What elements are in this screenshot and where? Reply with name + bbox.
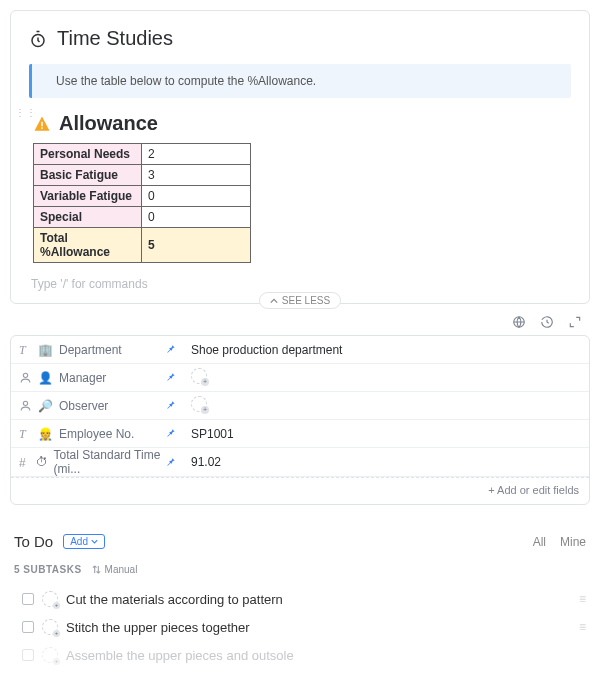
task-row[interactable]: + Stitch the upper pieces together ≡ [22,613,586,641]
task-title[interactable]: Cut the materials according to pattern [66,592,571,607]
subtask-count: 5 SUBTASKS [14,564,82,575]
editor-placeholder[interactable]: Type '/' for commands [29,277,571,291]
observer-icon: 🔎 [38,399,53,413]
svg-point-4 [23,373,27,377]
svg-point-5 [23,401,27,405]
allowance-heading: Allowance [59,112,158,135]
pin-icon[interactable] [165,426,177,441]
allowance-table: Personal Needs2 Basic Fatigue3 Variable … [33,143,251,263]
sort-icon [92,565,101,574]
custom-fields-panel: T 🏢 Department Shoe production departmen… [10,335,590,505]
task-title[interactable]: Stitch the upper pieces together [66,620,571,635]
pin-icon[interactable] [165,370,177,385]
chevron-down-icon [91,538,98,545]
checkbox[interactable] [22,649,34,661]
table-row: Special0 [34,207,251,228]
stopwatch-icon [29,30,47,48]
pin-icon[interactable] [165,398,177,413]
manager-icon: 👤 [38,371,53,385]
add-task-button[interactable]: Add [63,534,105,549]
filter-mine[interactable]: Mine [560,535,586,549]
drag-handle-icon[interactable]: ≡ [579,592,586,606]
filter-all[interactable]: All [533,535,546,549]
history-icon[interactable] [540,315,554,329]
employee-icon: 👷 [38,427,53,441]
field-total-standard-time[interactable]: # ⏱ Total Standard Time (mi... 91.02 [11,448,589,477]
person-type-icon [19,371,32,384]
table-row: Variable Fatigue0 [34,186,251,207]
expand-icon[interactable] [568,315,582,329]
field-observer[interactable]: 🔎 Observer + [11,392,589,420]
stopwatch-emoji-icon: ⏱ [36,455,48,469]
table-row: Personal Needs2 [34,144,251,165]
svg-rect-1 [41,121,43,126]
field-label: Observer [59,399,108,413]
text-type-icon: T [19,343,32,356]
drag-handle-icon[interactable]: ⋮⋮ [15,107,37,118]
task-row[interactable]: + Assemble the upper pieces and outsole [22,641,586,669]
chevron-up-icon [270,297,278,305]
add-or-edit-fields-button[interactable]: + Add or edit fields [11,477,589,504]
task-row[interactable]: + Cut the materials according to pattern… [22,585,586,613]
field-value[interactable]: Shoe production department [177,343,581,357]
assignee-placeholder-icon[interactable]: + [42,619,58,635]
field-value[interactable]: SP1001 [177,427,581,441]
svg-rect-2 [41,127,43,129]
page-title: Time Studies [57,27,173,50]
table-row-total: Total %Allowance5 [34,228,251,263]
task-title[interactable]: Assemble the upper pieces and outsole [66,648,586,663]
text-type-icon: T [19,427,32,440]
department-icon: 🏢 [38,343,53,357]
field-employee-no[interactable]: T 👷 Employee No. SP1001 [11,420,589,448]
table-row: Basic Fatigue3 [34,165,251,186]
field-label: Manager [59,371,106,385]
time-studies-card: Time Studies Use the table below to comp… [10,10,590,304]
task-list: + Cut the materials according to pattern… [0,579,600,669]
see-less-button[interactable]: SEE LESS [259,292,341,309]
checkbox[interactable] [22,593,34,605]
info-callout: Use the table below to compute the %Allo… [29,64,571,98]
todo-heading: To Do [14,533,53,550]
field-label: Department [59,343,122,357]
field-label: Total Standard Time (mi... [54,448,165,476]
field-value[interactable]: + [177,368,581,387]
person-type-icon [19,399,32,412]
pin-icon[interactable] [165,455,177,470]
sort-button[interactable]: Manual [92,564,138,575]
number-type-icon: # [19,456,30,469]
assignee-placeholder-icon[interactable]: + [42,591,58,607]
field-department[interactable]: T 🏢 Department Shoe production departmen… [11,336,589,364]
checkbox[interactable] [22,621,34,633]
field-label: Employee No. [59,427,134,441]
field-manager[interactable]: 👤 Manager + [11,364,589,392]
field-value[interactable]: 91.02 [177,455,581,469]
assignee-placeholder-icon[interactable]: + [191,368,207,384]
assignee-placeholder-icon[interactable]: + [42,647,58,663]
drag-handle-icon[interactable]: ≡ [579,620,586,634]
pin-icon[interactable] [165,342,177,357]
share-icon[interactable] [512,315,526,329]
assignee-placeholder-icon[interactable]: + [191,396,207,412]
field-value[interactable]: + [177,396,581,415]
card-actions [0,309,600,329]
